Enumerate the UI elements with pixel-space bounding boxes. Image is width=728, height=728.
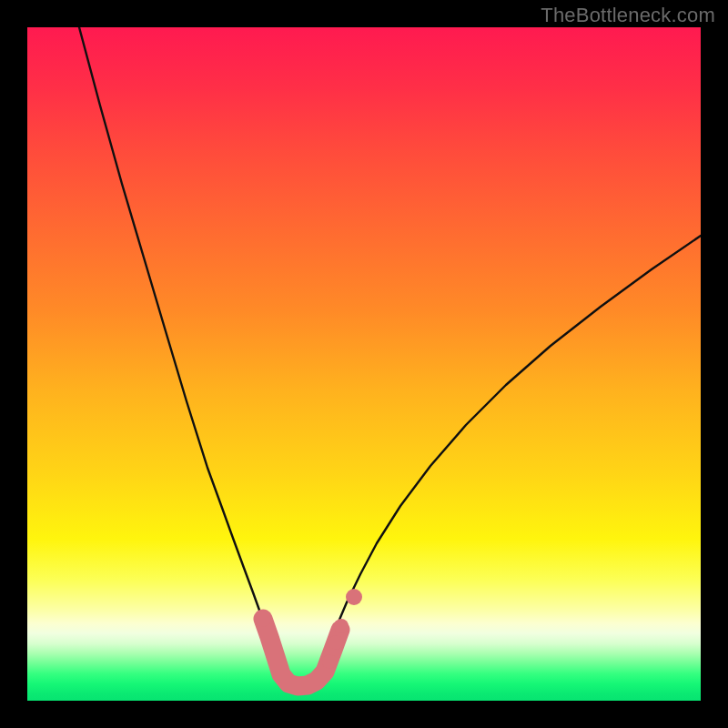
line-left-branch (79, 27, 279, 676)
plot-area (27, 27, 701, 701)
watermark-text: TheBottleneck.com (541, 4, 715, 27)
chart-svg (27, 27, 701, 701)
overlay-dot (322, 654, 337, 669)
overlay-dot (255, 611, 271, 627)
chart-frame: TheBottleneck.com (0, 0, 728, 728)
line-right-branch (324, 236, 701, 676)
overlay-dot (329, 635, 343, 650)
overlay-dot (334, 619, 349, 633)
overlay-pink-path (263, 619, 340, 686)
overlay-dot (346, 589, 362, 605)
